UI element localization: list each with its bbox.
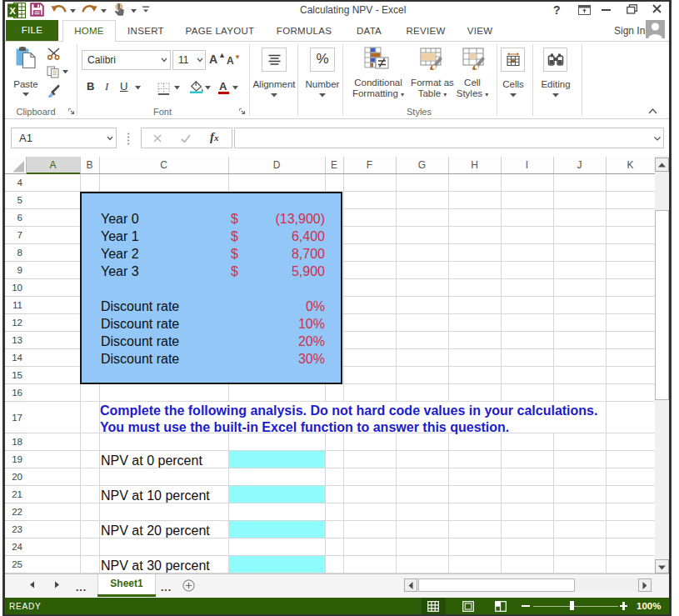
svg-text:X: X [9,6,16,16]
